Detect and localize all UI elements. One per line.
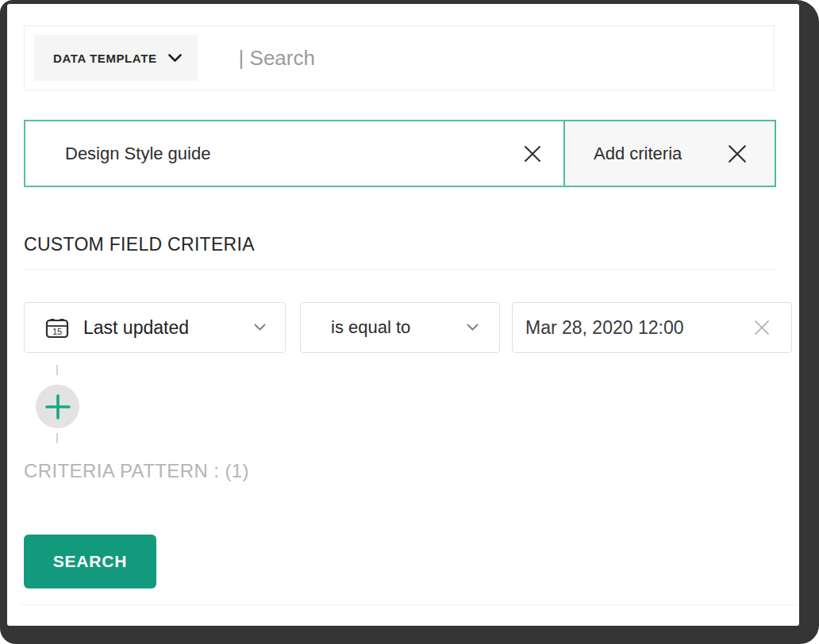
query-input[interactable]: Design Style guide <box>24 120 565 187</box>
close-icon <box>523 144 542 163</box>
window-frame: DATA TEMPLATE | Search Design Style guid… <box>0 0 819 644</box>
query-value: Design Style guide <box>65 144 522 164</box>
clear-date-button[interactable] <box>752 317 772 338</box>
date-value-input[interactable]: Mar 28, 2020 12:00 <box>512 302 792 353</box>
close-icon <box>727 144 748 164</box>
add-criteria-label: Add criteria <box>594 144 682 164</box>
section-divider <box>24 269 776 270</box>
criteria-pattern-label: CRITERIA PATTERN : (1) <box>24 460 249 482</box>
filter-bar: Design Style guide Add criteria <box>24 120 776 187</box>
operator-select-label: is equal to <box>331 317 410 338</box>
chevron-down-icon <box>467 324 479 332</box>
plus-icon <box>44 393 72 421</box>
remove-criteria-button[interactable] <box>727 144 748 164</box>
operator-select[interactable]: is equal to <box>300 302 500 353</box>
chevron-down-icon <box>168 54 182 63</box>
connector-dash <box>56 365 58 375</box>
search-input[interactable]: | Search <box>239 46 315 71</box>
criteria-row: 15 Last updated is equal to Mar 28, 2020… <box>24 302 792 353</box>
add-criteria-row-button[interactable] <box>36 385 79 428</box>
search-button[interactable]: SEARCH <box>24 535 156 588</box>
date-value-text: Mar 28, 2020 12:00 <box>525 317 683 339</box>
add-criteria-chip[interactable]: Add criteria <box>563 120 776 187</box>
data-template-dropdown[interactable]: DATA TEMPLATE <box>34 35 198 81</box>
top-search-bar: DATA TEMPLATE | Search <box>24 25 775 90</box>
search-panel: DATA TEMPLATE | Search Design Style guid… <box>7 4 799 626</box>
connector-dash <box>56 433 58 443</box>
close-icon <box>752 318 771 337</box>
calendar-day-label: 15 <box>52 327 62 336</box>
footer-divider <box>20 604 799 605</box>
clear-query-button[interactable] <box>522 144 543 164</box>
field-select[interactable]: 15 Last updated <box>24 302 286 353</box>
calendar-icon: 15 <box>45 317 69 339</box>
field-select-label: Last updated <box>83 317 189 339</box>
section-title: CUSTOM FIELD CRITERIA <box>24 234 255 255</box>
data-template-label: DATA TEMPLATE <box>53 52 157 65</box>
chevron-down-icon <box>254 324 266 332</box>
